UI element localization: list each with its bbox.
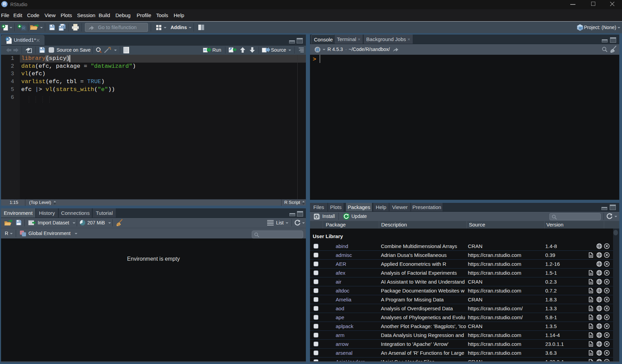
svg-text:R: R [579, 26, 582, 30]
svg-text:R: R [7, 38, 9, 41]
svg-text:R: R [22, 26, 25, 30]
svg-text:R: R [316, 47, 319, 52]
